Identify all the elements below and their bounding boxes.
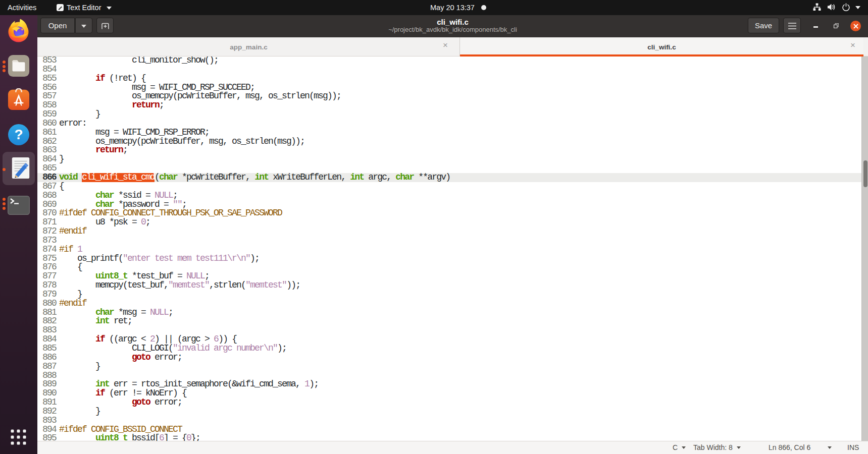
svg-text:?: ? <box>14 127 23 142</box>
